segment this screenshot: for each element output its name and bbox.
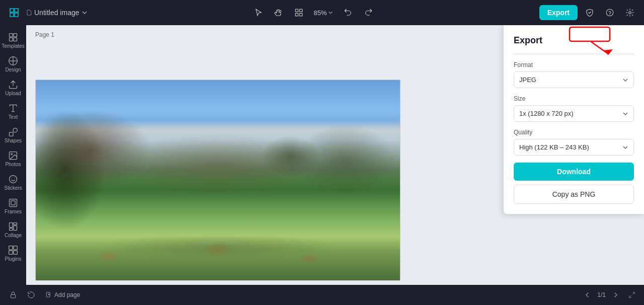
- grid-view-button[interactable]: [291, 5, 307, 21]
- svg-point-5: [629, 12, 631, 14]
- help-icon-button[interactable]: [602, 5, 618, 21]
- svg-rect-32: [11, 294, 15, 298]
- svg-rect-9: [14, 38, 17, 41]
- quality-label: Quality: [514, 129, 634, 136]
- format-select[interactable]: JPEG PNG PDF SVG: [514, 71, 634, 88]
- page-counter: 1/1: [597, 291, 606, 298]
- svg-rect-22: [14, 246, 18, 250]
- canvas-image: [36, 80, 400, 280]
- copy-png-button[interactable]: Copy as PNG: [514, 185, 634, 204]
- topbar: Untitled image 85%: [0, 0, 644, 25]
- prev-page-button[interactable]: [581, 289, 593, 301]
- sidebar-item-upload[interactable]: Upload: [2, 77, 24, 99]
- design-label: Design: [5, 67, 21, 72]
- plugins-label: Plugins: [5, 256, 22, 262]
- sidebar-item-design[interactable]: Design: [2, 53, 24, 75]
- svg-rect-8: [10, 38, 13, 41]
- document-title[interactable]: Untitled image: [26, 9, 88, 17]
- export-divider: [514, 54, 634, 54]
- svg-rect-3: [299, 14, 302, 16]
- bottom-bar: Add page 1/1: [0, 285, 644, 305]
- export-button-label: Export: [547, 9, 570, 17]
- expand-button[interactable]: [626, 289, 638, 301]
- svg-rect-20: [10, 228, 13, 230]
- stickers-icon: [8, 174, 18, 184]
- sidebar-item-templates[interactable]: Templates: [2, 29, 24, 52]
- canvas-frame: [35, 80, 400, 281]
- svg-rect-1: [299, 9, 302, 12]
- document-title-text: Untitled image: [34, 9, 79, 17]
- collage-icon: [8, 221, 18, 232]
- frames-icon: [8, 198, 18, 208]
- shapes-icon: [8, 127, 18, 137]
- shield-icon-button[interactable]: [582, 5, 598, 21]
- zoom-value: 85%: [314, 9, 327, 17]
- size-label: Size: [514, 95, 634, 102]
- add-page-button[interactable]: Add page: [42, 289, 83, 300]
- app-logo: [6, 5, 22, 21]
- shapes-label: Shapes: [5, 138, 22, 143]
- text-icon: [8, 103, 18, 113]
- quality-field: Quality High (122 KB – 243 KB) Medium Lo…: [514, 129, 634, 156]
- lock-button[interactable]: [6, 288, 20, 302]
- main-area: Templates Design Upload Text Shapes: [0, 25, 644, 285]
- export-button[interactable]: Export: [539, 5, 578, 20]
- page-label: Page 1: [35, 31, 54, 38]
- bottom-right: 1/1: [581, 289, 638, 301]
- frames-label: Frames: [5, 209, 22, 214]
- sidebar-item-frames[interactable]: Frames: [2, 195, 24, 217]
- svg-rect-15: [10, 199, 17, 207]
- history-icon: [27, 291, 35, 299]
- undo-button[interactable]: [340, 5, 356, 21]
- sidebar-item-text[interactable]: Text: [2, 100, 24, 123]
- download-button[interactable]: Download: [514, 163, 634, 181]
- sidebar-item-plugins[interactable]: Plugins: [2, 242, 24, 265]
- svg-rect-2: [295, 14, 298, 16]
- collage-label: Collage: [5, 233, 22, 238]
- text-label: Text: [9, 114, 18, 120]
- svg-point-14: [10, 176, 17, 183]
- photos-icon: [8, 150, 18, 161]
- zoom-selector[interactable]: 85%: [311, 7, 336, 19]
- quality-select[interactable]: High (122 KB – 243 KB) Medium Low: [514, 139, 634, 156]
- templates-icon: [8, 32, 18, 42]
- zoom-chevron-icon: [328, 10, 333, 15]
- document-icon: [26, 10, 32, 16]
- next-page-button[interactable]: [610, 289, 622, 301]
- svg-rect-19: [14, 225, 17, 230]
- svg-rect-21: [9, 246, 13, 250]
- svg-rect-6: [10, 34, 13, 37]
- sidebar-item-shapes[interactable]: Shapes: [2, 124, 24, 146]
- select-tool-button[interactable]: [251, 5, 267, 21]
- sidebar-item-photos[interactable]: Photos: [2, 147, 24, 170]
- photos-label: Photos: [5, 162, 21, 167]
- size-select[interactable]: 1x (1280 x 720 px) 2x (2560 x 1440 px) 0…: [514, 105, 634, 122]
- settings-icon-button[interactable]: [622, 5, 638, 21]
- next-page-icon: [613, 292, 619, 298]
- export-panel-title: Export: [514, 35, 634, 46]
- add-page-icon: [45, 291, 52, 298]
- svg-rect-18: [14, 223, 17, 225]
- export-panel: Export Format JPEG PNG PDF SVG Size 1x (…: [503, 25, 644, 214]
- upload-icon: [8, 80, 18, 90]
- svg-rect-17: [10, 223, 13, 227]
- topbar-right: Export: [539, 5, 638, 21]
- svg-rect-33: [46, 292, 50, 297]
- hand-tool-button[interactable]: [271, 5, 287, 21]
- templates-label: Templates: [2, 43, 25, 49]
- upload-label: Upload: [5, 91, 21, 96]
- expand-icon: [628, 291, 635, 298]
- svg-point-11: [13, 128, 17, 132]
- sidebar: Templates Design Upload Text Shapes: [0, 25, 26, 285]
- svg-rect-16: [11, 201, 15, 205]
- design-icon: [8, 56, 18, 66]
- sidebar-item-collage[interactable]: Collage: [2, 218, 24, 241]
- redo-button[interactable]: [360, 5, 376, 21]
- toolbar-center: 85%: [88, 5, 539, 21]
- prev-page-icon: [584, 292, 590, 298]
- svg-rect-23: [9, 251, 13, 255]
- history-button[interactable]: [24, 288, 38, 302]
- sidebar-item-stickers[interactable]: Stickers: [2, 171, 24, 194]
- size-field: Size 1x (1280 x 720 px) 2x (2560 x 1440 …: [514, 95, 634, 122]
- svg-point-13: [11, 154, 12, 155]
